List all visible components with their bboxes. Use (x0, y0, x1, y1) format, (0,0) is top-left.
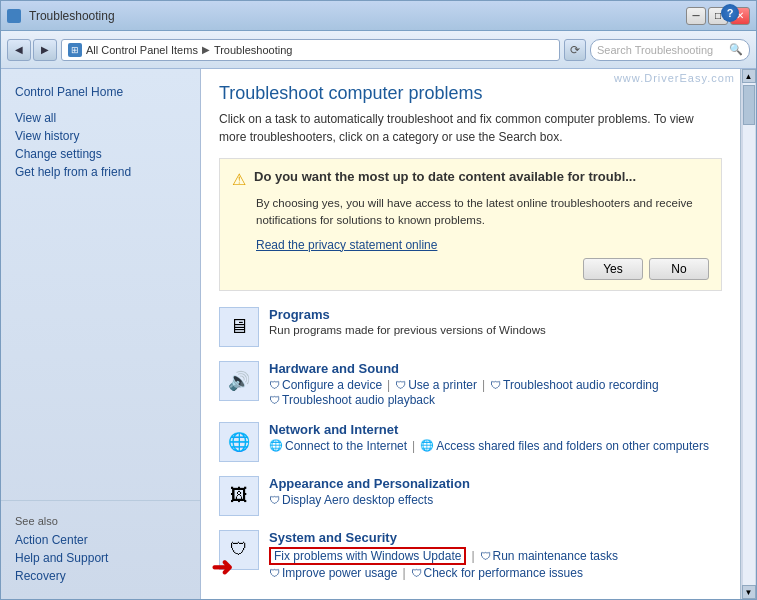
shield-icon-3: 🛡 (490, 379, 501, 391)
notice-box: ⚠ Do you want the most up to date conten… (219, 158, 722, 291)
window: Troubleshooting ─ □ ✕ ◀ ▶ ⊞ All Control … (0, 0, 757, 600)
appearance-icon: 🖼 (219, 476, 259, 516)
network-link-shared[interactable]: Access shared files and folders on other… (436, 439, 709, 453)
sidebar-link-view-history[interactable]: View history (15, 127, 186, 145)
programs-icon: 🖥 (219, 307, 259, 347)
window-title: Troubleshooting (29, 9, 115, 23)
refresh-button[interactable]: ⟳ (564, 39, 586, 61)
content-panel: Troubleshoot computer problems Click on … (201, 69, 740, 599)
help-button[interactable]: ? (721, 4, 739, 22)
category-network: 🌐 Network and Internet 🌐 Connect to the … (219, 422, 722, 462)
page-title: Troubleshoot computer problems (219, 83, 722, 104)
notice-buttons: Yes No (232, 258, 709, 280)
system-title[interactable]: System and Security (269, 530, 722, 545)
scroll-down-button[interactable]: ▼ (742, 585, 756, 599)
hardware-link-configure[interactable]: Configure a device (282, 378, 382, 392)
appearance-title[interactable]: Appearance and Personalization (269, 476, 722, 491)
page-desc: Click on a task to automatically trouble… (219, 110, 722, 146)
search-box[interactable]: Search Troubleshooting 🔍 (590, 39, 750, 61)
back-button[interactable]: ◀ (7, 39, 31, 61)
appearance-links-row: 🛡 Display Aero desktop effects (269, 493, 722, 507)
shield-icon-4: 🛡 (269, 394, 280, 406)
notice-no-button[interactable]: No (649, 258, 709, 280)
programs-desc: Run programs made for previous versions … (269, 324, 546, 336)
main-content: Control Panel Home View all View history… (1, 69, 756, 599)
appearance-content: Appearance and Personalization 🛡 Display… (269, 476, 722, 508)
system-link-maintenance[interactable]: Run maintenance tasks (493, 549, 618, 563)
scroll-up-button[interactable]: ▲ (742, 69, 756, 83)
hardware-icon: 🔊 (219, 361, 259, 401)
sidebar-link-get-help[interactable]: Get help from a friend (15, 163, 186, 181)
sidebar-home-link[interactable]: Control Panel Home (15, 85, 186, 99)
system-links-row2: 🛡 Improve power usage | 🛡 Check for perf… (269, 566, 722, 580)
hardware-links-row1: 🛡 Configure a device | 🛡 Use a printer |… (269, 378, 722, 392)
programs-title[interactable]: Programs (269, 307, 722, 322)
shield-icon-6: 🛡 (480, 550, 491, 562)
warning-icon: ⚠ (232, 170, 246, 189)
title-bar-buttons: ─ □ ✕ (686, 7, 750, 25)
address-path[interactable]: ⊞ All Control Panel Items ▶ Troubleshoot… (61, 39, 560, 61)
network-link-connect[interactable]: Connect to the Internet (285, 439, 407, 453)
sidebar-link-action-center[interactable]: Action Center (15, 531, 186, 549)
network-title[interactable]: Network and Internet (269, 422, 722, 437)
hardware-title[interactable]: Hardware and Sound (269, 361, 722, 376)
hardware-content: Hardware and Sound 🛡 Configure a device … (269, 361, 722, 408)
scroll-thumb[interactable] (743, 85, 755, 125)
notice-privacy-link[interactable]: Read the privacy statement online (232, 238, 709, 252)
system-links-row1: Fix problems with Windows Update | 🛡 Run… (269, 547, 722, 565)
scroll-thumb-area (743, 83, 755, 585)
breadcrumb-icon: ⊞ (68, 43, 82, 57)
system-link-perf[interactable]: Check for performance issues (424, 566, 583, 580)
sep4: | (471, 549, 474, 563)
sidebar-link-help-support[interactable]: Help and Support (15, 549, 186, 567)
sidebar-home-section: Control Panel Home View all View history… (1, 79, 200, 185)
minimize-button[interactable]: ─ (686, 7, 706, 25)
red-arrow: ➜ (211, 552, 233, 583)
category-programs: 🖥 Programs Run programs made for previou… (219, 307, 722, 347)
globe-icon-2: 🌐 (420, 439, 434, 452)
system-link-windows-update[interactable]: Fix problems with Windows Update (269, 547, 466, 565)
notice-title: Do you want the most up to date content … (254, 169, 709, 184)
appearance-link-aero[interactable]: Display Aero desktop effects (282, 493, 433, 507)
category-hardware: 🔊 Hardware and Sound 🛡 Configure a devic… (219, 361, 722, 408)
hardware-link-audio-play[interactable]: Troubleshoot audio playback (282, 393, 435, 407)
sidebar: Control Panel Home View all View history… (1, 69, 201, 599)
shield-icon-1: 🛡 (269, 379, 280, 391)
notice-yes-button[interactable]: Yes (583, 258, 643, 280)
hardware-links-row2: 🛡 Troubleshoot audio playback (269, 393, 722, 407)
shield-icon-2: 🛡 (395, 379, 406, 391)
sidebar-link-recovery[interactable]: Recovery (15, 567, 186, 585)
network-links-row: 🌐 Connect to the Internet | 🌐 Access sha… (269, 439, 722, 453)
shield-icon-5: 🛡 (269, 494, 280, 506)
system-content: System and Security Fix problems with Wi… (269, 530, 722, 581)
hardware-link-audio-rec[interactable]: Troubleshoot audio recording (503, 378, 659, 392)
hardware-link-printer[interactable]: Use a printer (408, 378, 477, 392)
breadcrumb-path2: Troubleshooting (214, 44, 292, 56)
shield-icon-8: 🛡 (411, 567, 422, 579)
content-inner: Troubleshoot computer problems Click on … (201, 69, 740, 599)
system-link-power[interactable]: Improve power usage (282, 566, 397, 580)
sep5: | (402, 566, 405, 580)
notice-title-row: ⚠ Do you want the most up to date conten… (232, 169, 709, 189)
shield-icon-7: 🛡 (269, 567, 280, 579)
forward-button[interactable]: ▶ (33, 39, 57, 61)
notice-body: By choosing yes, you will have access to… (232, 195, 709, 230)
network-icon: 🌐 (219, 422, 259, 462)
refresh-icon: ⟳ (570, 43, 580, 57)
sep1: | (387, 378, 390, 392)
sidebar-see-also-label: See also (15, 515, 186, 527)
nav-buttons: ◀ ▶ (7, 39, 57, 61)
category-appearance: 🖼 Appearance and Personalization 🛡 Displ… (219, 476, 722, 516)
scrollbar-track: ▲ ▼ (740, 69, 756, 599)
network-content: Network and Internet 🌐 Connect to the In… (269, 422, 722, 454)
sidebar-also-section: See also Action Center Help and Support … (1, 509, 200, 589)
sidebar-link-change-settings[interactable]: Change settings (15, 145, 186, 163)
globe-icon-1: 🌐 (269, 439, 283, 452)
programs-subtitle: Run programs made for previous versions … (269, 324, 722, 336)
sep3: | (412, 439, 415, 453)
title-bar: Troubleshooting ─ □ ✕ (1, 1, 756, 31)
breadcrumb-path1: All Control Panel Items (86, 44, 198, 56)
search-placeholder: Search Troubleshooting (597, 44, 713, 56)
sidebar-link-view-all[interactable]: View all (15, 109, 186, 127)
search-icon: 🔍 (729, 43, 743, 56)
